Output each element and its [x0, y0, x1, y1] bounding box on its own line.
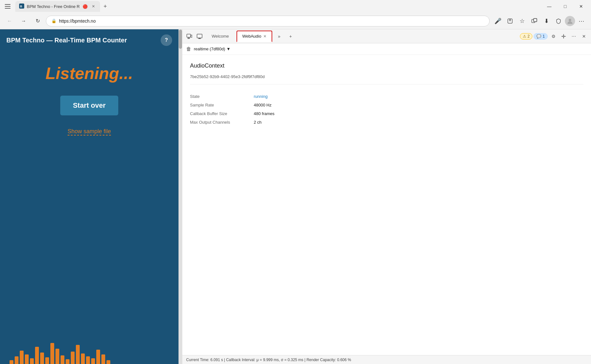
- eq-bar: [86, 356, 90, 364]
- collections-icon[interactable]: [529, 15, 540, 27]
- info-count: 1: [543, 34, 545, 39]
- website-content: Listening... Start over Show sample file: [0, 51, 179, 364]
- device-toolbar-icon[interactable]: [195, 32, 204, 41]
- eq-bar: [71, 352, 75, 364]
- eq-bar: [15, 356, 18, 364]
- property-row: Sample Rate48000 Hz: [190, 101, 583, 109]
- eq-bars-container: [0, 339, 179, 364]
- property-row: Max Output Channels2 ch: [190, 118, 583, 127]
- maximize-button[interactable]: □: [558, 0, 573, 13]
- tab-welcome-label: Welcome: [212, 34, 229, 39]
- sidebar-toggle[interactable]: [3, 1, 13, 11]
- eq-bar: [35, 347, 39, 364]
- address-bar: ← → ↻ 🔒 https://bpmtech.no 🎤 ☆: [0, 13, 591, 29]
- devtools-network-icon[interactable]: [559, 32, 568, 41]
- browser-menu-icon[interactable]: ⋯: [576, 15, 587, 27]
- tab-bpm[interactable]: B BPM Techno - Free Online R 🔴 ✕: [15, 1, 100, 12]
- property-value: 2 ch: [254, 120, 262, 125]
- website-panel: BPM Techno — Real-Time BPM Counter ? Lis…: [0, 29, 179, 364]
- minimize-button[interactable]: —: [542, 0, 557, 13]
- property-value: 480 frames: [254, 111, 274, 116]
- svg-point-15: [563, 36, 564, 37]
- eq-bar: [50, 343, 54, 364]
- eq-bar: [45, 357, 49, 364]
- microphone-icon[interactable]: 🎤: [492, 15, 504, 27]
- tab-bpm-close[interactable]: ✕: [91, 4, 96, 9]
- help-button[interactable]: ?: [161, 34, 172, 46]
- property-label: Sample Rate: [190, 103, 254, 107]
- tab-strip: B BPM Techno - Free Online R 🔴 ✕ +: [15, 1, 539, 12]
- devtools-settings-icon[interactable]: ⚙: [549, 32, 558, 41]
- new-tab-button[interactable]: +: [101, 2, 110, 11]
- tab-webaudio-label: WebAudio: [242, 34, 261, 39]
- svg-point-9: [569, 19, 571, 21]
- dropdown-icon: ▼: [226, 47, 230, 51]
- favorites-icon[interactable]: ☆: [516, 15, 528, 27]
- shield-icon[interactable]: [553, 15, 564, 27]
- more-tabs-icon[interactable]: »: [275, 32, 284, 41]
- responsive-design-icon[interactable]: [185, 32, 194, 41]
- eq-bar: [96, 350, 100, 364]
- devtools-tab-icons: [185, 32, 204, 41]
- trash-icon[interactable]: 🗑: [186, 46, 191, 52]
- svg-text:B: B: [20, 5, 22, 8]
- scrollbar-thumb: [179, 30, 182, 49]
- eq-bar: [25, 354, 29, 364]
- start-over-button[interactable]: Start over: [60, 96, 119, 115]
- close-button[interactable]: ✕: [574, 0, 588, 13]
- info-badge[interactable]: 💬 1: [534, 33, 548, 40]
- eq-bar: [30, 358, 34, 364]
- property-value: running: [254, 94, 267, 99]
- svg-rect-1: [5, 6, 11, 7]
- back-button[interactable]: ←: [4, 15, 15, 27]
- title-bar: B BPM Techno - Free Online R 🔴 ✕ + — □ ✕: [0, 0, 591, 13]
- website-header: BPM Techno — Real-Time BPM Counter ?: [0, 29, 179, 51]
- property-label: State: [190, 94, 254, 99]
- warning-icon: ⚠: [523, 34, 526, 39]
- devtools-menu-icon[interactable]: ⋯: [569, 32, 578, 41]
- context-label: realtime (7df80d): [194, 47, 225, 51]
- devtools-close-icon[interactable]: ✕: [580, 32, 588, 41]
- scrollbar[interactable]: [179, 29, 182, 364]
- tab-welcome[interactable]: Welcome: [207, 31, 234, 42]
- property-row: Staterunning: [190, 92, 583, 101]
- eq-bar: [76, 345, 80, 364]
- property-label: Max Output Channels: [190, 120, 254, 125]
- profile-icon[interactable]: [565, 16, 575, 26]
- browser-toolbar: 🎤 ☆ ⬇: [492, 15, 587, 27]
- audio-context-id: 7be25b52-92b9-4402-95e3-2fdf9f7df80d: [190, 74, 583, 84]
- eq-bar: [20, 351, 24, 364]
- svg-rect-0: [5, 4, 11, 5]
- context-selector[interactable]: realtime (7df80d) ▼: [194, 47, 230, 51]
- tab-bpm-favicon: B: [19, 4, 24, 10]
- window-controls: — □ ✕: [542, 0, 588, 13]
- tab-webaudio[interactable]: WebAudio ✕: [237, 31, 272, 42]
- share-icon[interactable]: [504, 15, 516, 27]
- devtools-panel: Welcome WebAudio ✕ » + ⚠ 2 💬 1: [182, 29, 591, 364]
- eq-bar: [40, 353, 44, 364]
- forward-button[interactable]: →: [18, 15, 29, 27]
- tab-webaudio-close[interactable]: ✕: [263, 34, 266, 39]
- devtools-more-controls: ⚠ 2 💬 1 ⚙: [520, 32, 588, 41]
- eq-bar: [10, 360, 13, 364]
- website-title: BPM Techno — Real-Time BPM Counter: [6, 37, 127, 44]
- eq-bar: [66, 359, 69, 364]
- refresh-button[interactable]: ↻: [32, 15, 43, 27]
- download-icon[interactable]: ⬇: [541, 15, 552, 27]
- eq-bar: [106, 360, 110, 364]
- eq-bar: [91, 358, 95, 364]
- warning-count: 2: [528, 34, 530, 39]
- url-bar[interactable]: 🔒 https://bpmtech.no: [46, 16, 490, 26]
- devtools-content: AudioContext 7be25b52-92b9-4402-95e3-2fd…: [182, 55, 591, 355]
- audio-context-title: AudioContext: [190, 62, 583, 69]
- tab-bpm-label: BPM Techno - Free Online R: [27, 4, 80, 9]
- svg-rect-14: [199, 38, 201, 39]
- url-text: https://bpmtech.no: [59, 18, 484, 24]
- add-tab-icon[interactable]: +: [286, 32, 295, 41]
- show-sample-link[interactable]: Show sample file: [68, 128, 111, 135]
- warning-badge[interactable]: ⚠ 2: [520, 33, 533, 40]
- eq-bar: [61, 355, 64, 364]
- devtools-statusbar: Current Time: 6.091 s | Callback Interva…: [182, 355, 591, 364]
- content-area: BPM Techno — Real-Time BPM Counter ? Lis…: [0, 29, 591, 364]
- eq-bar: [101, 354, 105, 364]
